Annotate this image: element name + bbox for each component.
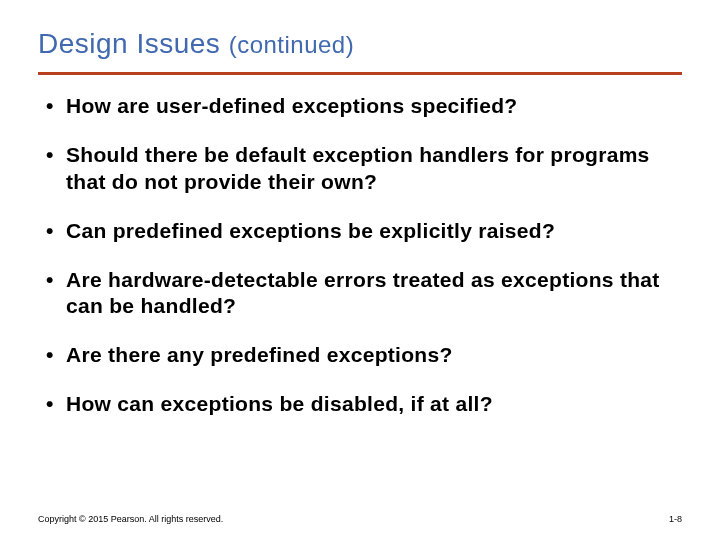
list-item: Are there any predefined exceptions? bbox=[66, 342, 668, 369]
slide: Design Issues (continued) How are user-d… bbox=[0, 0, 720, 540]
list-item: How can exceptions be disabled, if at al… bbox=[66, 391, 668, 418]
bullet-list: How are user-defined exceptions specifie… bbox=[38, 93, 682, 418]
title-rule bbox=[38, 72, 682, 75]
footer: Copyright © 2015 Pearson. All rights res… bbox=[38, 514, 682, 524]
list-item: Are hardware-detectable errors treated a… bbox=[66, 267, 668, 321]
list-item: Can predefined exceptions be explicitly … bbox=[66, 218, 668, 245]
copyright: Copyright © 2015 Pearson. All rights res… bbox=[38, 514, 223, 524]
title-sub: (continued) bbox=[229, 31, 355, 58]
slide-title: Design Issues (continued) bbox=[38, 28, 682, 60]
title-main: Design Issues bbox=[38, 28, 229, 59]
page-number: 1-8 bbox=[669, 514, 682, 524]
list-item: Should there be default exception handle… bbox=[66, 142, 668, 196]
list-item: How are user-defined exceptions specifie… bbox=[66, 93, 668, 120]
